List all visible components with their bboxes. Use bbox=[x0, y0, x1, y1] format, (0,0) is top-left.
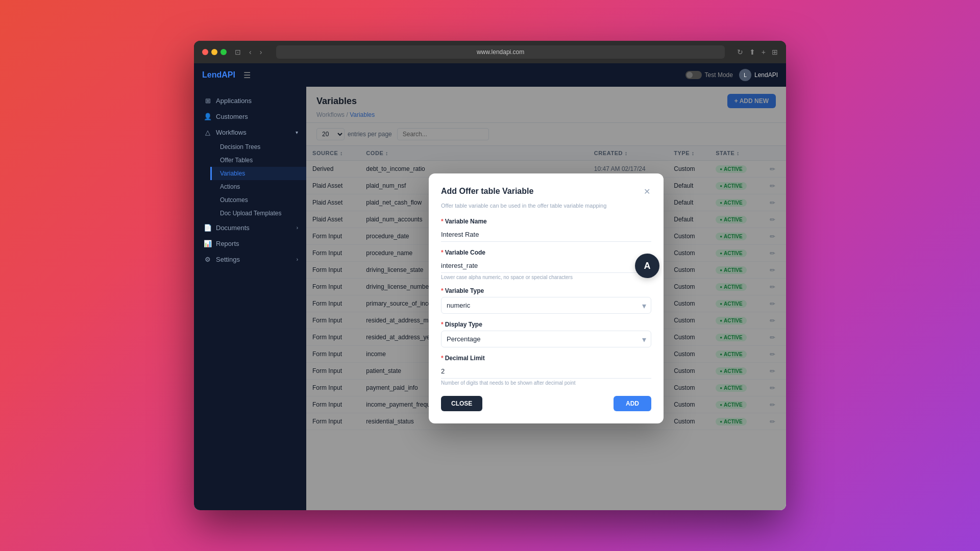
modal-footer: CLOSE ADD bbox=[441, 396, 651, 411]
modal-overlay: Add Offer table Variable ✕ Offer table v… bbox=[306, 87, 786, 510]
sidebar: ⊞ Applications 👤 Customers △ Workflows ▾… bbox=[194, 87, 306, 510]
grid-btn[interactable]: ⊞ bbox=[772, 48, 778, 56]
test-mode-toggle[interactable]: Test Mode bbox=[685, 71, 733, 79]
traffic-lights bbox=[202, 49, 227, 55]
close-traffic-light[interactable] bbox=[202, 49, 208, 55]
sidebar-item-customers[interactable]: 👤 Customers bbox=[194, 109, 306, 124]
user-avatar-modal: A bbox=[635, 254, 659, 278]
decimal-limit-group: *Decimal Limit Number of digits that nee… bbox=[441, 355, 651, 386]
sidebar-item-offer-tables[interactable]: Offer Tables bbox=[210, 154, 306, 167]
sidebar-item-label: Applications bbox=[216, 97, 252, 105]
url-text: www.lendapi.com bbox=[477, 48, 524, 56]
forward-btn[interactable]: › bbox=[258, 47, 264, 57]
sidebar-item-label: Doc Upload Templates bbox=[220, 210, 282, 217]
modal-close-button[interactable]: ✕ bbox=[643, 186, 651, 197]
top-nav: LendAPI ☰ Test Mode L LendAPI bbox=[194, 63, 786, 87]
modal-description: Offer table variable can be used in the … bbox=[441, 202, 651, 210]
display-type-select-wrapper: Percentage Currency Number Text bbox=[441, 331, 651, 347]
new-tab-btn[interactable]: + bbox=[762, 48, 766, 56]
variable-type-label: *Variable Type bbox=[441, 287, 651, 294]
browser-chrome: ⊡ ‹ › www.lendapi.com ↻ ⬆ + ⊞ bbox=[194, 41, 786, 63]
user-label: LendAPI bbox=[754, 71, 778, 79]
logo: LendAPI bbox=[202, 70, 235, 80]
back-btn[interactable]: ‹ bbox=[247, 47, 254, 57]
sidebar-item-reports[interactable]: 📊 Reports bbox=[194, 236, 306, 252]
sidebar-item-label: Actions bbox=[220, 183, 240, 190]
variable-type-select-wrapper: numeric string boolean list bbox=[441, 297, 651, 314]
modal-header: Add Offer table Variable ✕ bbox=[441, 186, 651, 197]
content-area: Variables + ADD NEW Workflows / Variable… bbox=[306, 87, 786, 510]
sidebar-item-label: Offer Tables bbox=[220, 157, 253, 164]
logo-api: API bbox=[222, 70, 235, 79]
main-layout: ⊞ Applications 👤 Customers △ Workflows ▾… bbox=[194, 87, 786, 510]
sidebar-item-label: Documents bbox=[216, 224, 250, 232]
variable-code-group: *Variable Code A Lower case alpha numeri… bbox=[441, 249, 651, 280]
app-container: LendAPI ☰ Test Mode L LendAPI bbox=[194, 63, 786, 510]
display-type-select[interactable]: Percentage Currency Number Text bbox=[441, 331, 651, 347]
sidebar-toggle-btn[interactable]: ⊡ bbox=[233, 47, 243, 57]
maximize-traffic-light[interactable] bbox=[220, 49, 227, 55]
hamburger-icon[interactable]: ☰ bbox=[243, 70, 251, 80]
logo-lend: Lend bbox=[202, 70, 222, 79]
browser-nav-controls: ⊡ ‹ › bbox=[233, 47, 264, 57]
reload-btn[interactable]: ↻ bbox=[737, 48, 743, 56]
display-type-label: *Display Type bbox=[441, 321, 651, 328]
decimal-limit-label: *Decimal Limit bbox=[441, 355, 651, 362]
sidebar-item-label: Reports bbox=[216, 240, 239, 247]
sidebar-item-label: Settings bbox=[216, 256, 240, 263]
sidebar-item-doc-upload[interactable]: Doc Upload Templates bbox=[210, 207, 306, 220]
variable-code-label: *Variable Code bbox=[441, 249, 651, 256]
sidebar-item-actions[interactable]: Actions bbox=[210, 180, 306, 193]
sidebar-item-label: Variables bbox=[220, 170, 245, 177]
user-initial: L bbox=[744, 72, 747, 78]
url-bar[interactable]: www.lendapi.com bbox=[276, 45, 724, 59]
decimal-limit-hint: Number of digits that needs to be shown … bbox=[441, 380, 651, 386]
minimize-traffic-light[interactable] bbox=[211, 49, 217, 55]
user-avatar: L bbox=[739, 69, 751, 81]
documents-icon: 📄 bbox=[204, 224, 212, 232]
sidebar-item-label: Workflows bbox=[216, 129, 247, 136]
variable-code-hint: Lower case alpha numeric, no space or sp… bbox=[441, 274, 651, 280]
close-button[interactable]: CLOSE bbox=[441, 396, 482, 411]
modal-user-initial: A bbox=[644, 261, 651, 271]
sidebar-item-settings[interactable]: ⚙ Settings › bbox=[194, 252, 306, 267]
top-nav-right: Test Mode L LendAPI bbox=[685, 69, 778, 81]
chevron-right-icon: › bbox=[297, 225, 298, 231]
sidebar-item-decision-trees[interactable]: Decision Trees bbox=[210, 140, 306, 154]
variable-type-select[interactable]: numeric string boolean list bbox=[441, 297, 651, 314]
variable-name-group: *Variable Name bbox=[441, 218, 651, 242]
add-button[interactable]: ADD bbox=[614, 396, 651, 411]
display-type-group: *Display Type Percentage Currency Number… bbox=[441, 321, 651, 347]
workflows-icon: △ bbox=[204, 129, 212, 136]
sidebar-item-label: Outcomes bbox=[220, 196, 248, 204]
decimal-limit-input[interactable] bbox=[441, 364, 651, 379]
sidebar-item-variables[interactable]: Variables bbox=[210, 167, 306, 180]
variable-name-input[interactable] bbox=[441, 228, 651, 242]
add-variable-modal: Add Offer table Variable ✕ Offer table v… bbox=[429, 173, 664, 424]
customers-icon: 👤 bbox=[204, 113, 212, 120]
user-badge: L LendAPI bbox=[739, 69, 778, 81]
variable-type-group: *Variable Type numeric string boolean li… bbox=[441, 287, 651, 314]
chevron-down-icon: › bbox=[297, 257, 298, 262]
browser-actions: ↻ ⬆ + ⊞ bbox=[737, 48, 778, 56]
share-btn[interactable]: ⬆ bbox=[749, 48, 755, 56]
sidebar-item-documents[interactable]: 📄 Documents › bbox=[194, 220, 306, 236]
sidebar-item-outcomes[interactable]: Outcomes bbox=[210, 193, 306, 207]
settings-icon: ⚙ bbox=[204, 256, 212, 263]
applications-icon: ⊞ bbox=[204, 97, 212, 105]
sidebar-item-workflows[interactable]: △ Workflows ▾ bbox=[194, 124, 306, 140]
sidebar-item-label: Customers bbox=[216, 113, 248, 120]
variable-code-input[interactable] bbox=[441, 259, 651, 273]
sidebar-item-label: Decision Trees bbox=[220, 143, 260, 151]
variable-name-label: *Variable Name bbox=[441, 218, 651, 225]
modal-title: Add Offer table Variable bbox=[441, 187, 533, 196]
test-mode-label: Test Mode bbox=[705, 71, 733, 79]
workflows-submenu: Decision Trees Offer Tables Variables Ac… bbox=[194, 140, 306, 220]
toggle-switch[interactable] bbox=[685, 71, 702, 79]
sidebar-item-applications[interactable]: ⊞ Applications bbox=[194, 93, 306, 109]
chevron-down-icon: ▾ bbox=[296, 130, 298, 135]
reports-icon: 📊 bbox=[204, 240, 212, 247]
